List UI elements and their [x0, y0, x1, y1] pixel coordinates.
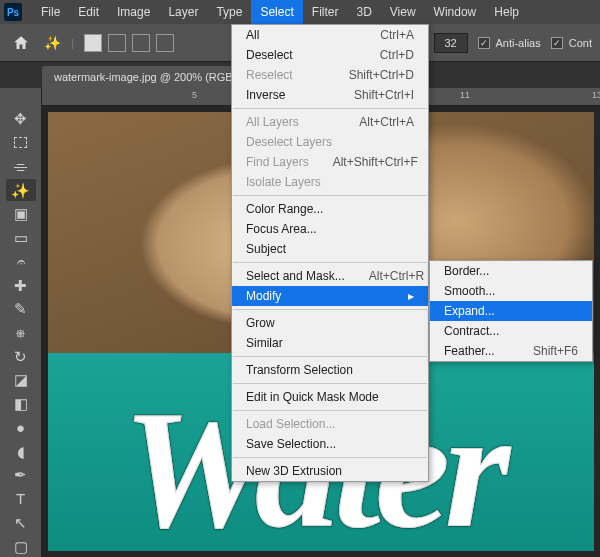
crop-tool[interactable]: ▣	[6, 203, 36, 225]
menu-item-quick-mask[interactable]: Edit in Quick Mask Mode	[232, 387, 428, 407]
menu-file[interactable]: File	[32, 0, 69, 24]
menu-window[interactable]: Window	[425, 0, 486, 24]
selection-intersect-icon[interactable]	[156, 34, 174, 52]
menu-item-smooth[interactable]: Smooth...	[430, 281, 592, 301]
document-tab[interactable]: watermark-image.jpg @ 200% (RGB	[42, 66, 245, 88]
checkmark-icon	[551, 37, 563, 49]
menu-view[interactable]: View	[381, 0, 425, 24]
menu-separator	[233, 262, 427, 263]
selection-subtract-icon[interactable]	[132, 34, 150, 52]
menu-item-similar[interactable]: Similar	[232, 333, 428, 353]
menu-filter[interactable]: Filter	[303, 0, 348, 24]
selection-mode-group	[84, 34, 174, 52]
eyedropper-tool[interactable]: 𝄐	[6, 250, 36, 272]
menu-item-all[interactable]: AllCtrl+A	[232, 25, 428, 45]
menu-item-save-selection[interactable]: Save Selection...	[232, 434, 428, 454]
menu-item-grow[interactable]: Grow	[232, 313, 428, 333]
lasso-tool[interactable]: ⌯	[6, 155, 36, 177]
menu-item-all-layers[interactable]: All LayersAlt+Ctrl+A	[232, 112, 428, 132]
selection-add-icon[interactable]	[108, 34, 126, 52]
history-brush-tool[interactable]: ↻	[6, 345, 36, 367]
selection-new-icon[interactable]	[84, 34, 102, 52]
magic-wand-tool[interactable]: ✨	[6, 179, 36, 201]
menu-select[interactable]: Select	[251, 0, 302, 24]
menu-bar: Ps File Edit Image Layer Type Select Fil…	[0, 0, 600, 24]
dodge-tool[interactable]: ◖	[6, 440, 36, 462]
antialias-checkbox[interactable]: Anti-alias	[478, 37, 541, 49]
checkmark-icon	[478, 37, 490, 49]
contiguous-checkbox[interactable]: Cont	[551, 37, 592, 49]
menu-item-feather[interactable]: Feather...Shift+F6	[430, 341, 592, 361]
menu-item-expand[interactable]: Expand...	[430, 301, 592, 321]
type-tool[interactable]: T	[6, 488, 36, 510]
submenu-arrow-icon: ▸	[408, 289, 414, 303]
brush-tool[interactable]: ✎	[6, 298, 36, 320]
toolbox: ✥ ⌯ ✨ ▣ ▭ 𝄐 ✚ ✎ ⎈ ↻ ◪ ◧ ● ◖ ✒ T ↖ ▢	[0, 88, 42, 557]
app-logo: Ps	[4, 3, 22, 21]
menu-item-isolate-layers[interactable]: Isolate Layers	[232, 172, 428, 192]
move-tool[interactable]: ✥	[6, 108, 36, 130]
menu-item-focus-area[interactable]: Focus Area...	[232, 219, 428, 239]
menu-separator	[233, 457, 427, 458]
pen-tool[interactable]: ✒	[6, 464, 36, 486]
menu-separator	[233, 383, 427, 384]
menu-item-reselect[interactable]: ReselectShift+Ctrl+D	[232, 65, 428, 85]
menu-item-transform-selection[interactable]: Transform Selection	[232, 360, 428, 380]
menu-item-color-range[interactable]: Color Range...	[232, 199, 428, 219]
menu-separator	[233, 195, 427, 196]
menu-separator	[233, 309, 427, 310]
menu-item-deselect-layers[interactable]: Deselect Layers	[232, 132, 428, 152]
menu-item-border[interactable]: Border...	[430, 261, 592, 281]
eraser-tool[interactable]: ◪	[6, 369, 36, 391]
marquee-tool[interactable]	[6, 132, 36, 154]
ruler-tick: 13	[592, 90, 600, 100]
menu-3d[interactable]: 3D	[347, 0, 380, 24]
menu-separator	[233, 108, 427, 109]
menu-separator	[233, 410, 427, 411]
modify-submenu-dropdown: Border... Smooth... Expand... Contract..…	[429, 260, 593, 362]
ruler-tick: 11	[460, 90, 470, 100]
tolerance-input[interactable]	[434, 33, 468, 53]
menu-item-load-selection[interactable]: Load Selection...	[232, 414, 428, 434]
menu-layer[interactable]: Layer	[159, 0, 207, 24]
gradient-tool[interactable]: ◧	[6, 393, 36, 415]
menu-item-modify[interactable]: Modify▸	[232, 286, 428, 306]
magic-wand-icon: ✨	[44, 35, 61, 51]
blur-tool[interactable]: ●	[6, 417, 36, 439]
menu-item-subject[interactable]: Subject	[232, 239, 428, 259]
antialias-label: Anti-alias	[496, 37, 541, 49]
frame-tool[interactable]: ▭	[6, 227, 36, 249]
menu-help[interactable]: Help	[485, 0, 528, 24]
menu-item-select-mask[interactable]: Select and Mask...Alt+Ctrl+R	[232, 266, 428, 286]
menu-item-contract[interactable]: Contract...	[430, 321, 592, 341]
menu-image[interactable]: Image	[108, 0, 159, 24]
contiguous-label: Cont	[569, 37, 592, 49]
menu-item-inverse[interactable]: InverseShift+Ctrl+I	[232, 85, 428, 105]
home-button[interactable]	[8, 30, 34, 56]
menu-item-new-3d-extrusion[interactable]: New 3D Extrusion	[232, 461, 428, 481]
menu-edit[interactable]: Edit	[69, 0, 108, 24]
menu-type[interactable]: Type	[207, 0, 251, 24]
path-tool[interactable]: ↖	[6, 511, 36, 533]
select-menu-dropdown: AllCtrl+A DeselectCtrl+D ReselectShift+C…	[231, 24, 429, 482]
stamp-tool[interactable]: ⎈	[6, 322, 36, 344]
ruler-tick: 5	[192, 90, 197, 100]
menu-item-deselect[interactable]: DeselectCtrl+D	[232, 45, 428, 65]
menu-item-find-layers[interactable]: Find LayersAlt+Shift+Ctrl+F	[232, 152, 428, 172]
shape-tool[interactable]: ▢	[6, 535, 36, 557]
menu-separator	[233, 356, 427, 357]
healing-tool[interactable]: ✚	[6, 274, 36, 296]
